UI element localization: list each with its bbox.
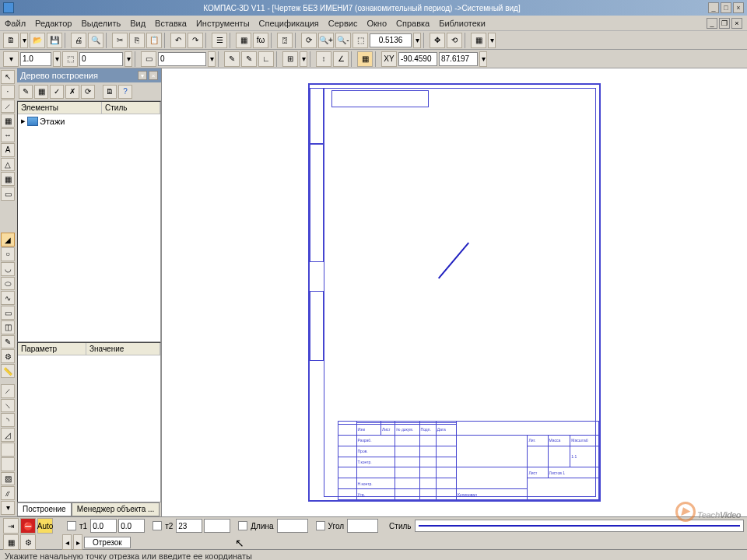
menu-help[interactable]: Справка [396, 19, 430, 28]
arc-tool-icon[interactable]: ◡ [1, 262, 15, 276]
pan-button[interactable]: ✥ [430, 33, 445, 48]
vars-button[interactable]: fω [253, 33, 268, 48]
state-button[interactable]: ▾ [3, 51, 19, 67]
angle-button[interactable]: ∠ [333, 51, 349, 67]
chamfer-icon[interactable]: ◿ [1, 428, 15, 442]
menu-service[interactable]: Сервис [328, 19, 358, 28]
view-dropdown[interactable]: ▾ [208, 51, 216, 67]
ang-toggle[interactable] [316, 521, 325, 530]
open-button[interactable]: 📂 [30, 33, 45, 48]
tab-build[interactable]: Построение [17, 502, 72, 516]
tool-tab[interactable]: Отрезок [84, 537, 131, 548]
menu-file[interactable]: Файл [5, 19, 26, 28]
tree-btn6-icon[interactable]: 🗎 [103, 85, 117, 99]
symbol-tool-icon[interactable]: △ [1, 158, 15, 172]
zoom-out-button[interactable]: 🔍- [335, 33, 351, 48]
hatch-tool-icon[interactable]: ▦ [1, 114, 15, 128]
rect-tool-icon[interactable]: ▭ [1, 306, 15, 320]
trim-icon[interactable] [1, 443, 15, 457]
zoom-window-button[interactable]: ⬚ [352, 33, 368, 48]
p1-x-input[interactable] [90, 519, 117, 533]
prop-col-value[interactable]: Значение [86, 343, 160, 355]
menu-view[interactable]: Вид [130, 19, 146, 28]
ortho-button[interactable]: ∟ [258, 51, 274, 67]
coord-dropdown[interactable]: ▾ [479, 51, 487, 67]
layer-dropdown[interactable]: ▾ [124, 51, 132, 67]
view-input[interactable] [158, 52, 206, 66]
scale-dropdown[interactable]: ▾ [413, 33, 421, 48]
menu-edit[interactable]: Редактор [35, 19, 72, 28]
print-button[interactable]: 🖨 [71, 33, 86, 48]
view-button[interactable]: ▭ [141, 51, 156, 67]
edit-tool-icon[interactable]: ✎ [1, 335, 15, 349]
rotate-button[interactable]: ⟲ [447, 33, 462, 48]
grid-dropdown[interactable]: ▾ [300, 51, 307, 67]
lineweight-input[interactable] [20, 52, 51, 66]
p2-x-input[interactable] [176, 519, 202, 533]
dim-tool-icon[interactable]: ↔ [1, 128, 15, 142]
tab-manager[interactable]: Менеджер объекта ... [72, 502, 160, 516]
prop-col-param[interactable]: Параметр [18, 343, 86, 355]
cut-button[interactable]: ✂ [112, 33, 128, 48]
tree-row[interactable]: ▸ Этажи [18, 114, 160, 128]
auto-object-icon[interactable]: ⇥ [3, 518, 19, 534]
tab-scroll-right[interactable]: ▸ [73, 534, 82, 550]
angle-input[interactable] [347, 519, 378, 533]
copy-button[interactable]: ⎘ [129, 33, 145, 48]
panel-close-button[interactable]: × [149, 71, 158, 80]
build-tree[interactable]: Элементы Стиль ▸ Этажи [17, 101, 161, 342]
mdi-close-button[interactable]: × [731, 18, 742, 29]
line-tool-icon[interactable]: ⟋ [1, 100, 15, 114]
menu-select[interactable]: Выделить [81, 19, 121, 28]
menu-insert[interactable]: Вставка [155, 19, 187, 28]
refresh-button[interactable]: ⟳ [301, 33, 317, 48]
hatch2-icon[interactable]: ▨ [1, 472, 15, 486]
grid-button[interactable]: ⊞ [282, 51, 298, 67]
stop-button[interactable]: ⛔ [20, 518, 36, 534]
tree-btn4-icon[interactable]: ✗ [65, 85, 79, 99]
layer-input[interactable] [79, 52, 123, 66]
scale-input[interactable] [370, 33, 412, 47]
close-button[interactable]: × [733, 2, 744, 13]
measure-tool-icon[interactable]: 📏 [1, 364, 15, 378]
collect-icon[interactable]: ▾ [1, 501, 15, 515]
geometry-panel-icon[interactable]: ◢ [1, 233, 15, 247]
tree-col-elements[interactable]: Элементы [18, 102, 102, 114]
coord-x-input[interactable] [398, 52, 437, 66]
ellipse-tool-icon[interactable]: ⬭ [1, 277, 15, 291]
tree-btn2-icon[interactable]: ▦ [34, 85, 48, 99]
aux-line2-icon[interactable]: ⟍ [1, 399, 15, 413]
p2-y-input[interactable] [204, 519, 230, 533]
mdi-restore-button[interactable]: ❐ [719, 18, 730, 29]
menu-tools[interactable]: Инструменты [196, 19, 250, 28]
preview-button[interactable]: 🔍 [88, 33, 103, 48]
coord-y-input[interactable] [439, 52, 478, 66]
help-cursor-button[interactable]: ⍰ [277, 33, 293, 48]
table-tool-icon[interactable]: ▦ [1, 172, 15, 186]
menu-window[interactable]: Окно [366, 19, 387, 28]
expand-icon[interactable]: ▸ [21, 116, 26, 126]
save-button[interactable]: 💾 [47, 33, 62, 48]
tree-btn3-icon[interactable]: ✓ [50, 85, 64, 99]
param-button[interactable]: ▦ [357, 51, 373, 67]
equid-icon[interactable]: ⫽ [1, 486, 15, 500]
manager-button[interactable]: ▦ [236, 33, 251, 48]
tree-col-style[interactable]: Стиль [102, 102, 160, 114]
redo-button[interactable]: ↷ [188, 33, 203, 48]
panel-pin-button[interactable]: ▾ [138, 71, 147, 80]
zoom-in-button[interactable]: 🔍+ [318, 33, 334, 48]
aux-tool-icon[interactable]: ◫ [1, 320, 15, 334]
maximize-button[interactable]: □ [721, 2, 731, 13]
length-input[interactable] [277, 519, 308, 533]
menu-spec[interactable]: Спецификация [259, 19, 319, 28]
new-dropdown[interactable]: ▾ [20, 33, 28, 48]
select-tool-icon[interactable]: ↖ [1, 70, 15, 84]
drawing-canvas[interactable]: ИзмЛист№ докум.Подп.Дата Разраб.Лит.Масс… [162, 68, 747, 516]
tree-btn1-icon[interactable]: ✎ [19, 85, 33, 99]
tree-help-icon[interactable]: ? [118, 85, 132, 99]
view-opts-dropdown[interactable]: ▾ [488, 33, 496, 48]
lineweight-dropdown[interactable]: ▾ [53, 51, 61, 67]
settings-button[interactable]: ⚙ [20, 534, 36, 550]
p1-y-input[interactable] [118, 519, 145, 533]
new-button[interactable]: 🗎 [3, 33, 19, 48]
